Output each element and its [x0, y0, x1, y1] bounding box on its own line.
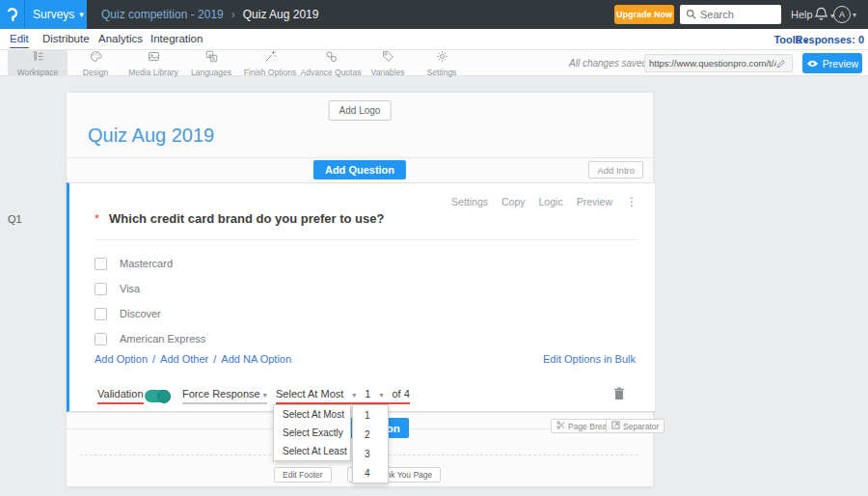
rule-dropdown[interactable]: Select At Most — [276, 388, 343, 400]
validation-rule-group: Select At Most ▾ 1 ▾ of 4 — [276, 388, 410, 404]
survey-url-input[interactable] — [649, 58, 776, 69]
toolbar-item-finish-options[interactable]: Finish Options — [239, 50, 301, 75]
tab-integration[interactable]: Integration — [150, 33, 203, 44]
count-option-2[interactable]: 2 — [353, 425, 388, 444]
toolbar-item-advance-quotas[interactable]: Advance Quotas — [301, 50, 361, 75]
header-divider — [67, 157, 653, 158]
scissors-icon — [556, 421, 565, 431]
question-logic-link[interactable]: Logic — [539, 196, 563, 207]
checkbox-icon[interactable] — [95, 333, 107, 345]
search-icon — [686, 6, 696, 23]
option-row-mastercard[interactable]: Mastercard — [95, 251, 205, 276]
edit-url-pencil-icon[interactable] — [776, 55, 786, 72]
surveys-menu-label: Surveys — [33, 8, 74, 21]
breadcrumb-parent-link[interactable]: Quiz competition - 2019 — [101, 8, 224, 21]
responses-count[interactable]: Responses: 0 — [795, 34, 864, 45]
chevron-down-icon: ▾ — [79, 10, 84, 19]
tab-distribute[interactable]: Distribute — [42, 33, 90, 44]
top-bar: Surveys ▾ Quiz competition - 2019 › Quiz… — [0, 0, 868, 29]
help-link[interactable]: Help — [791, 9, 813, 20]
question-text[interactable]: Which credit card brand do you prefer to… — [109, 211, 384, 226]
rule-option-select-at-least[interactable]: Select At Least — [274, 442, 350, 460]
preview-button[interactable]: Preview — [802, 53, 862, 73]
more-options-icon[interactable]: ⋮ — [626, 195, 637, 208]
palette-icon — [90, 49, 102, 67]
toolbar-item-design[interactable]: Design — [68, 50, 123, 75]
trash-icon — [613, 387, 625, 400]
toggle-knob — [157, 390, 171, 403]
chevron-down-icon: ▾ — [263, 391, 267, 400]
toolbar-item-variables[interactable]: Variables — [361, 50, 415, 75]
tab-edit[interactable]: Edit — [10, 33, 29, 48]
survey-url-field[interactable] — [644, 54, 793, 72]
breadcrumb: Quiz competition - 2019 › Quiz Aug 2019 — [101, 0, 318, 29]
svg-text:a: a — [208, 51, 211, 57]
toolbar-item-settings[interactable]: Settings — [415, 50, 469, 75]
answer-options-list: Mastercard Visa Discover American Expres… — [95, 251, 205, 351]
validation-toggle[interactable] — [145, 390, 171, 402]
force-response-dropdown[interactable]: Force Response ▾ — [182, 388, 267, 404]
bell-icon — [814, 6, 828, 25]
magic-wand-icon — [264, 49, 277, 67]
rule-option-select-at-most[interactable]: Select At Most — [274, 405, 350, 424]
checkbox-icon[interactable] — [95, 283, 107, 295]
question-block: Settings Copy Logic Preview ⋮ * Which cr… — [67, 182, 655, 412]
chevron-down-icon: ▾ — [853, 11, 856, 19]
rule-option-select-exactly[interactable]: Select Exactly — [274, 424, 350, 442]
svg-text:A: A — [211, 55, 215, 61]
notifications-button[interactable]: ▾ — [814, 6, 834, 25]
checkbox-icon[interactable] — [95, 258, 107, 270]
tab-analytics[interactable]: Analytics — [98, 33, 143, 44]
count-dropdown[interactable]: 1 — [365, 388, 370, 400]
chevron-down-icon: ▾ — [352, 391, 356, 400]
question-copy-link[interactable]: Copy — [502, 196, 526, 207]
translate-icon: aA — [205, 49, 218, 67]
section-nav: Edit Distribute Analytics Integration To… — [0, 29, 868, 50]
add-other-link[interactable]: Add Other — [160, 353, 208, 365]
toolbar-item-media-library[interactable]: Media Library — [123, 50, 183, 75]
edit-options-in-bulk-link[interactable]: Edit Options in Bulk — [543, 353, 636, 365]
add-intro-button[interactable]: Add Intro — [588, 161, 643, 179]
option-row-american-express[interactable]: American Express — [95, 326, 205, 351]
global-search[interactable] — [680, 5, 781, 24]
image-icon — [148, 49, 160, 67]
question-menu: Settings Copy Logic Preview ⋮ — [451, 195, 637, 208]
count-option-4[interactable]: 4 — [353, 463, 388, 482]
gear-icon — [436, 49, 448, 67]
toolbar-item-languages[interactable]: aA Languages — [183, 50, 239, 75]
app-window: Surveys ▾ Quiz competition - 2019 › Quiz… — [0, 0, 868, 496]
option-row-discover[interactable]: Discover — [95, 301, 205, 326]
link-separator: / — [213, 353, 216, 365]
count-option-3[interactable]: 3 — [353, 444, 388, 463]
edit-footer-button[interactable]: Edit Footer — [274, 467, 332, 482]
add-na-option-link[interactable]: Add NA Option — [221, 353, 291, 365]
option-action-links: Add Option / Add Other / Add NA Option — [95, 353, 291, 365]
questionpro-logo-icon — [0, 0, 25, 29]
avatar: A — [833, 6, 851, 23]
question-settings-link[interactable]: Settings — [451, 196, 488, 207]
account-menu-button[interactable]: A ▾ — [833, 6, 856, 23]
question-number-label: Q1 — [8, 213, 22, 225]
quota-gears-icon — [325, 49, 338, 67]
upgrade-now-button[interactable]: Upgrade Now — [614, 5, 674, 24]
add-logo-button[interactable]: Add Logo — [329, 100, 392, 121]
separator-button[interactable]: Separator — [606, 419, 665, 433]
question-preview-link[interactable]: Preview — [577, 196, 612, 207]
add-question-button-top[interactable]: Add Question — [313, 160, 406, 179]
save-status-text: All changes saved — [569, 58, 647, 69]
search-input[interactable] — [700, 9, 775, 20]
delete-question-button[interactable] — [613, 387, 625, 404]
question-text-underline — [95, 239, 638, 240]
add-option-link[interactable]: Add Option — [95, 353, 148, 365]
checkbox-icon[interactable] — [95, 308, 107, 320]
survey-title[interactable]: Quiz Aug 2019 — [88, 124, 214, 147]
surveys-menu-button[interactable]: Surveys ▾ — [0, 0, 87, 29]
count-option-1[interactable]: 1 — [353, 405, 388, 425]
toolbar-item-workspace[interactable]: Workspace — [8, 50, 68, 75]
of-total-label: of 4 — [392, 388, 409, 400]
separator-icon — [611, 421, 620, 431]
required-asterisk: * — [95, 211, 99, 226]
chevron-down-icon: ▾ — [379, 391, 383, 400]
option-row-visa[interactable]: Visa — [95, 276, 205, 301]
link-separator: / — [152, 353, 155, 365]
